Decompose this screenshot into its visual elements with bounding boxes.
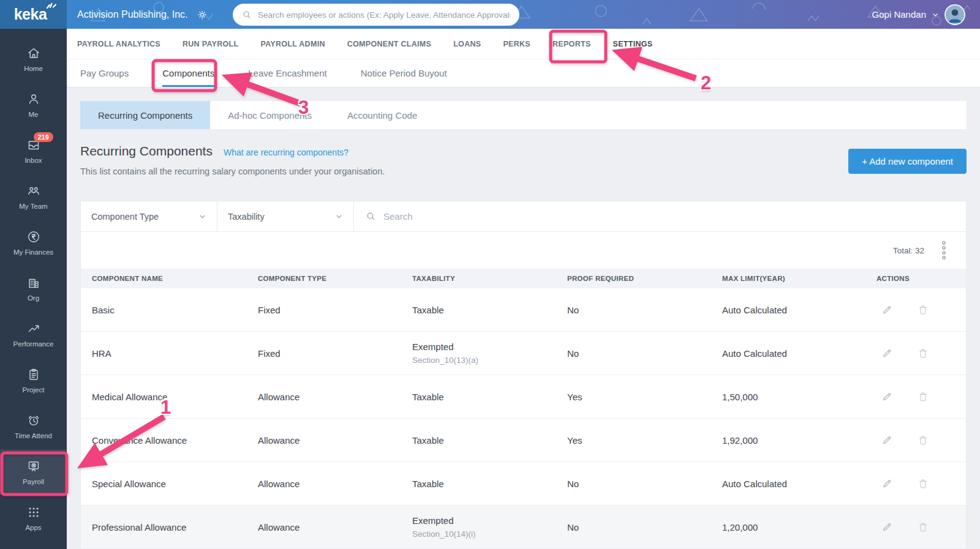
sidebar-item-time-attend[interactable]: Time Attend (0, 403, 67, 449)
company-name: Activision Publishing, Inc. (77, 9, 188, 20)
component-name-cell: Conveyance Allowance (92, 435, 258, 446)
actions-cell (876, 477, 966, 490)
subnav-tab-components[interactable]: Components (162, 59, 214, 87)
sidebar-item-label: Org (28, 294, 39, 302)
column-header-actions: ACTIONS (876, 275, 966, 282)
main-content: Recurring ComponentsAd-hoc ComponentsAcc… (67, 88, 980, 549)
home-icon (26, 46, 41, 61)
chevron-down-icon (198, 212, 206, 220)
table-search-input[interactable] (383, 211, 954, 222)
section-tab-ad-hoc-components[interactable]: Ad-hoc Components (210, 101, 330, 129)
sidebar-item-label: Project (23, 386, 45, 394)
table-toolbar: Total: 32 (81, 232, 966, 269)
max-limit-cell: Auto Calculated (722, 348, 876, 359)
actions-cell (876, 390, 966, 403)
taxability-cell: Taxable (412, 479, 567, 489)
nav-tab-component-claims[interactable]: COMPONENT CLAIMS (347, 29, 431, 59)
nav-tab-run-payroll[interactable]: RUN PAYROLL (183, 29, 239, 59)
taxability-section: Section_10(14)(i) (412, 529, 567, 539)
sidebar-item-label: My Team (19, 203, 47, 210)
taxability-value: Exempted (412, 342, 567, 352)
proof-required-cell: Yes (567, 392, 722, 402)
keka-logo[interactable]: keka (0, 0, 67, 29)
component-name-cell: Basic (92, 305, 258, 315)
user-menu[interactable]: Gopi Nandan (872, 0, 965, 29)
sidebar-item-me[interactable]: Me (0, 82, 67, 128)
sidebar-item-label: Time Attend (15, 432, 52, 439)
table-row-special-allowance: Special AllowanceAllowanceTaxableNoAuto … (81, 462, 966, 506)
table-row-hra: HRAFixedExemptedSection_10(13)(a)NoAuto … (81, 332, 966, 375)
sidebar-item-label: Me (29, 111, 39, 118)
sidebar-item-performance[interactable]: Performance (0, 312, 67, 357)
taxability-value: Taxable (412, 435, 567, 446)
global-search-input[interactable] (258, 10, 510, 20)
delete-trash-icon[interactable] (917, 390, 929, 403)
delete-trash-icon[interactable] (917, 477, 929, 490)
logo-text: keka (14, 6, 47, 23)
actions-cell (876, 434, 966, 446)
sidebar-item-org[interactable]: Org (0, 266, 67, 312)
table-body: BasicFixedTaxableNoAuto CalculatedHRAFix… (81, 288, 966, 549)
top-header: Activision Publishing, Inc. Gopi Nandan (67, 0, 980, 29)
column-options-icon[interactable] (941, 241, 947, 260)
sidebar-item-my-team[interactable]: My Team (0, 174, 67, 220)
add-new-component-button[interactable]: + Add new component (848, 149, 967, 174)
taxability-filter[interactable]: Taxability (217, 201, 354, 231)
sidebar-item-label: Performance (13, 340, 54, 348)
table-header-row: COMPONENT NAMECOMPONENT TYPETAXABILITYPR… (81, 269, 966, 288)
taxability-value: Exempted (412, 515, 567, 526)
delete-trash-icon[interactable] (917, 521, 929, 533)
nav-tab-settings[interactable]: SETTINGS (613, 29, 653, 59)
team-icon (26, 184, 41, 198)
sidebar-item-inbox[interactable]: 219Inbox (0, 128, 67, 174)
section-tab-accounting-code[interactable]: Accounting Code (330, 101, 435, 129)
component-type-cell: Allowance (258, 522, 412, 532)
total-count: Total: 32 (893, 246, 924, 255)
table-search[interactable] (354, 201, 966, 231)
taxability-cell: Taxable (412, 435, 567, 446)
sidebar-item-my-finances[interactable]: My Finances (0, 220, 67, 266)
sidebar-item-apps[interactable]: Apps (0, 495, 67, 541)
nav-tab-reports[interactable]: REPORTS (552, 29, 591, 59)
delete-trash-icon[interactable] (917, 347, 929, 359)
subnav-tab-notice-period-buyout[interactable]: Notice Period Buyout (361, 59, 447, 87)
edit-pencil-icon[interactable] (881, 390, 893, 403)
component-type-filter-label: Component Type (91, 212, 159, 222)
subnav-tab-leave-encashment[interactable]: Leave Encashment (248, 59, 326, 87)
component-type-cell: Fixed (258, 348, 412, 359)
column-header-taxability: TAXABILITY (412, 275, 567, 282)
proof-required-cell: Yes (567, 435, 722, 446)
component-name-cell: Special Allowance (92, 479, 258, 489)
sidebar-item-project[interactable]: Project (0, 357, 67, 403)
nav-tab-perks[interactable]: PERKS (503, 29, 530, 59)
delete-trash-icon[interactable] (917, 434, 929, 446)
sidebar-item-home[interactable]: Home (0, 36, 67, 82)
max-limit-cell: 1,92,000 (722, 435, 876, 446)
edit-pencil-icon[interactable] (881, 521, 893, 533)
help-link[interactable]: What are recurring components? (224, 148, 349, 157)
sidebar-item-payroll[interactable]: Payroll (0, 449, 67, 495)
subnav-tab-pay-groups[interactable]: Pay Groups (80, 59, 129, 87)
max-limit-cell: Auto Calculated (722, 479, 876, 489)
edit-pencil-icon[interactable] (881, 347, 893, 359)
taxability-cell: Taxable (412, 392, 567, 402)
nav-tab-payroll-admin[interactable]: PAYROLL ADMIN (260, 29, 325, 59)
sidebar-item-label: Inbox (24, 157, 42, 164)
nav-tab-loans[interactable]: LOANS (453, 29, 481, 59)
proof-required-cell: No (567, 479, 722, 489)
inbox-icon: 219 (26, 138, 41, 152)
user-avatar[interactable] (944, 4, 965, 25)
actions-cell (876, 304, 966, 316)
edit-pencil-icon[interactable] (881, 434, 893, 446)
column-header-component-type: COMPONENT TYPE (258, 275, 412, 282)
sidebar-nav: HomeMe219InboxMy TeamMy FinancesOrgPerfo… (0, 29, 67, 541)
edit-pencil-icon[interactable] (881, 477, 893, 490)
component-type-filter[interactable]: Component Type (81, 201, 217, 231)
section-tab-recurring-components[interactable]: Recurring Components (80, 101, 210, 129)
delete-trash-icon[interactable] (917, 304, 929, 316)
sidebar-item-label: My Finances (13, 248, 53, 256)
global-search[interactable] (233, 4, 519, 26)
nav-tab-payroll-analytics[interactable]: PAYROLL ANALYTICS (77, 29, 160, 59)
edit-pencil-icon[interactable] (881, 304, 893, 316)
gear-icon[interactable] (197, 9, 208, 20)
